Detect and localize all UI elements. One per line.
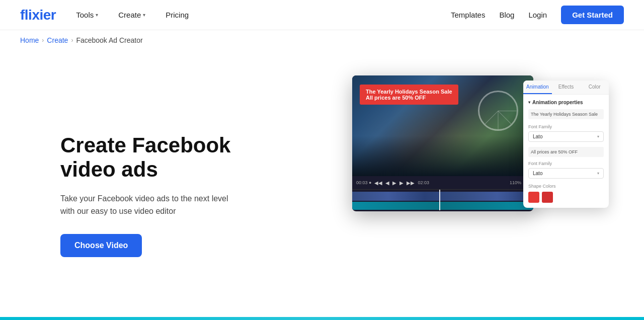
time-total: 02:03	[418, 180, 429, 185]
hero-text: Create Facebook video ads Take your Face…	[60, 133, 252, 257]
timeline	[352, 189, 533, 210]
buildings	[352, 136, 533, 176]
panel-body: ▾ Animation properties The Yearly Holida…	[523, 95, 609, 208]
breadcrumb-home[interactable]: Home	[20, 36, 39, 44]
panel-tabs: Animation Effects Color	[523, 81, 609, 95]
font-dropdown2[interactable]: Lato ▾	[528, 168, 604, 179]
panel-section-title: ▾ Animation properties	[528, 100, 604, 105]
breadcrumb-create[interactable]: Create	[47, 36, 68, 44]
nav-create-arrow: ▾	[143, 12, 145, 18]
dropdown-arrow2: ▾	[597, 171, 599, 176]
color-swatches	[528, 192, 604, 203]
time-current: 00:03 ●	[356, 180, 371, 185]
ctrl-step-back[interactable]: ◀	[385, 180, 389, 186]
get-started-button[interactable]: Get Started	[561, 6, 624, 24]
timeline-waveform	[352, 202, 533, 210]
nav-pricing-label: Pricing	[166, 11, 189, 19]
panel-text-preview1: The Yearly Holidays Season Sale	[528, 109, 604, 119]
main-content: Create Facebook video ads Take your Face…	[0, 50, 644, 320]
tab-color[interactable]: Color	[580, 81, 609, 94]
zoom-level: 110%	[510, 180, 521, 185]
tab-effects[interactable]: Effects	[552, 81, 581, 94]
panel-text-preview2: All prices are 50% OFF	[528, 147, 604, 157]
overlay-line2: All prices are 50% OFF	[366, 95, 452, 101]
bottom-bar	[0, 317, 644, 320]
breadcrumb: Home › Create › Facebook Ad Creator	[0, 30, 644, 50]
hero-title: Create Facebook video ads	[60, 133, 252, 182]
nav-blog[interactable]: Blog	[499, 11, 514, 19]
breadcrumb-sep2: ›	[71, 37, 73, 44]
navbar-left: flixier Tools ▾ Create ▾ Pricing	[20, 7, 189, 23]
color-swatch-1[interactable]	[528, 192, 539, 203]
nav-create-label: Create	[118, 11, 141, 19]
video-text-overlay: The Yearly Holidays Season Sale All pric…	[360, 85, 458, 105]
navbar-right: Templates Blog Login Get Started	[451, 6, 624, 24]
editor-preview: The Yearly Holidays Season Sale All pric…	[282, 70, 604, 320]
logo[interactable]: flixier	[20, 7, 56, 23]
navbar: flixier Tools ▾ Create ▾ Pricing Templat…	[0, 0, 644, 30]
collapse-icon: ▾	[528, 100, 530, 105]
nav-login[interactable]: Login	[528, 11, 547, 19]
choose-video-button[interactable]: Choose Video	[60, 234, 142, 257]
video-panel: The Yearly Holidays Season Sale All pric…	[352, 75, 533, 211]
breadcrumb-sep1: ›	[42, 37, 44, 44]
font-label2: Font Family	[528, 161, 604, 166]
ctrl-skip-back[interactable]: ◀◀	[374, 180, 382, 186]
ctrl-play[interactable]: ▶	[392, 180, 396, 186]
color-swatch-2[interactable]	[542, 192, 553, 203]
font-label1: Font Family	[528, 124, 604, 129]
video-controls: 00:03 ● ◀◀ ◀ ▶ ▶ ▶▶ 02:03 110% ⛶	[352, 176, 533, 189]
font-dropdown1[interactable]: Lato ▾	[528, 131, 604, 142]
dropdown-arrow1: ▾	[597, 134, 599, 139]
ctrl-skip-fwd[interactable]: ▶▶	[407, 180, 415, 186]
breadcrumb-current: Facebook Ad Creator	[76, 36, 142, 44]
nav-templates[interactable]: Templates	[451, 11, 485, 19]
nav-tools-arrow: ▾	[96, 12, 98, 18]
video-background: The Yearly Holidays Season Sale All pric…	[352, 75, 533, 176]
timeline-cursor	[439, 190, 440, 210]
nav-pricing[interactable]: Pricing	[166, 11, 189, 19]
shape-colors-label: Shape Colors	[528, 184, 604, 189]
ferris-wheel-icon	[478, 91, 518, 131]
nav-tools[interactable]: Tools ▾	[76, 11, 98, 19]
properties-panel: Animation Effects Color ▾ Animation prop…	[523, 81, 609, 208]
nav-tools-label: Tools	[76, 11, 94, 19]
timeline-track	[352, 192, 533, 201]
hero-subtitle: Take your Facebook video ads to the next…	[60, 192, 231, 218]
overlay-line1: The Yearly Holidays Season Sale	[366, 89, 452, 95]
nav-create[interactable]: Create ▾	[118, 11, 145, 19]
tab-animation[interactable]: Animation	[523, 81, 552, 94]
ctrl-step-fwd[interactable]: ▶	[399, 180, 404, 186]
